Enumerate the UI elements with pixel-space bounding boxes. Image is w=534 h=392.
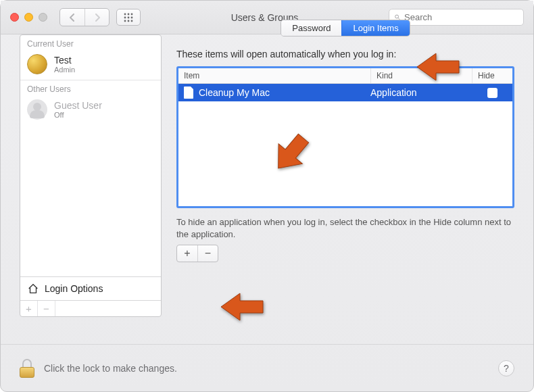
help-button[interactable]: ? <box>498 360 514 376</box>
sidebar-guest-user[interactable]: Guest User Off <box>20 95 161 125</box>
nav-back-forward <box>59 8 110 26</box>
close-icon[interactable] <box>10 13 19 22</box>
guest-avatar-icon <box>27 99 47 120</box>
table-row[interactable]: Cleanup My Mac Application <box>178 84 512 101</box>
guest-status: Off <box>54 111 102 119</box>
zoom-icon <box>39 13 47 22</box>
main-pane: Password Login Items These items will op… <box>176 14 514 317</box>
add-item-button[interactable]: + <box>177 245 197 262</box>
col-hide[interactable]: Hide <box>472 68 512 83</box>
svg-point-3 <box>124 16 126 18</box>
remove-item-button[interactable]: − <box>197 245 218 262</box>
svg-point-7 <box>128 20 130 22</box>
hide-checkbox[interactable] <box>487 88 497 98</box>
svg-point-8 <box>131 20 133 22</box>
forward-button[interactable] <box>84 9 109 26</box>
svg-point-4 <box>128 16 130 18</box>
preferences-window: Users & Groups Current User Test Admin O… <box>0 0 534 392</box>
tab-segment: Password Login Items <box>281 20 410 36</box>
svg-point-1 <box>128 13 130 15</box>
minimize-icon[interactable] <box>24 13 33 22</box>
col-item[interactable]: Item <box>178 68 370 83</box>
tab-password[interactable]: Password <box>281 20 341 36</box>
tab-login-items[interactable]: Login Items <box>341 20 409 36</box>
login-options-row[interactable]: Login Options <box>20 276 161 300</box>
sidebar-add-remove: + − <box>20 300 161 316</box>
row-kind: Application <box>370 87 472 98</box>
login-items-description: These items will open automatically when… <box>176 49 514 59</box>
footer: Click the lock to make changes. ? <box>1 344 533 391</box>
document-icon <box>184 87 193 99</box>
user-avatar-icon <box>27 54 47 74</box>
user-name: Test <box>54 55 75 66</box>
row-name: Cleanup My Mac <box>199 87 370 98</box>
guest-name: Guest User <box>54 100 102 111</box>
lock-icon[interactable] <box>20 359 34 378</box>
sidebar-header-current: Current User <box>20 35 161 50</box>
svg-point-6 <box>124 20 126 22</box>
sidebar-header-other: Other Users <box>20 80 161 95</box>
lock-hint: Click the lock to make changes. <box>44 363 489 374</box>
sidebar-current-user[interactable]: Test Admin <box>20 50 161 80</box>
user-role: Admin <box>54 66 75 74</box>
table-header: Item Kind Hide <box>178 68 512 84</box>
hide-hint-text: To hide an application when you log in, … <box>176 216 514 241</box>
col-kind[interactable]: Kind <box>370 68 472 83</box>
svg-point-5 <box>131 16 133 18</box>
users-sidebar: Current User Test Admin Other Users Gues… <box>20 34 162 317</box>
login-options-label: Login Options <box>45 283 103 294</box>
window-controls <box>10 13 47 22</box>
sidebar-add-button: + <box>20 301 38 316</box>
show-all-button[interactable] <box>116 9 141 26</box>
back-button[interactable] <box>60 9 84 26</box>
sidebar-remove-button: − <box>38 301 55 316</box>
svg-point-0 <box>124 13 126 15</box>
svg-point-2 <box>131 13 133 15</box>
home-icon <box>27 283 39 295</box>
login-items-table: Item Kind Hide Cleanup My Mac Applicatio… <box>176 66 514 208</box>
add-remove-buttons: + − <box>176 245 218 262</box>
